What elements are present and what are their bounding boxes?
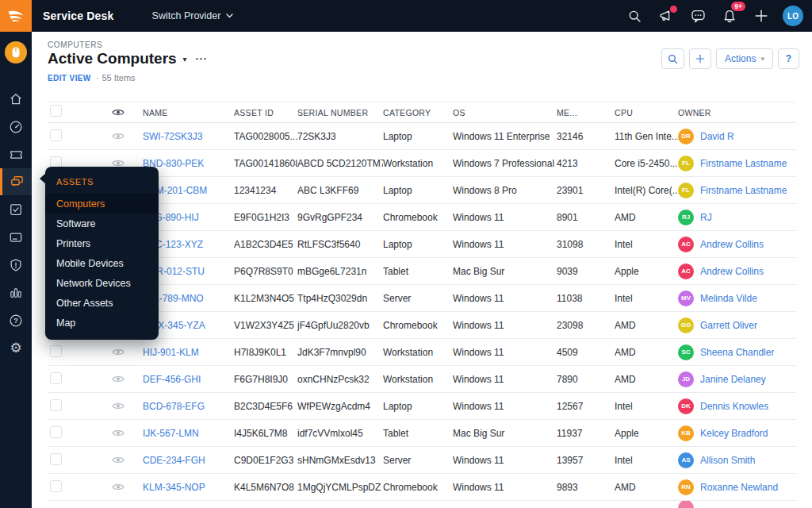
memory-cell: 8901 xyxy=(557,212,615,223)
category-cell: Server xyxy=(383,293,453,304)
column-header-name[interactable]: NAME xyxy=(143,108,234,117)
category-cell: Laptop xyxy=(383,401,453,412)
asset-name-link[interactable]: CDE-234-FGH xyxy=(143,455,234,466)
row-checkbox[interactable] xyxy=(50,453,62,465)
sidebar-item-risks[interactable] xyxy=(0,251,32,279)
owner-link[interactable]: Firstname Lastname xyxy=(700,158,787,169)
row-checkbox[interactable] xyxy=(50,345,62,357)
actions-button[interactable]: Actions ▾ xyxy=(716,48,773,69)
row-checkbox[interactable] xyxy=(50,129,62,141)
table-row: VWX-345-YZAV1W2X3Y4Z5jF4GpfUu2820vbChrom… xyxy=(48,312,796,339)
serial-number-cell: mBGge6L7231n xyxy=(297,266,383,277)
serial-number-cell: 1MgQjYCMLPspDZ xyxy=(297,482,383,493)
service-desk-badge-icon[interactable] xyxy=(5,41,27,64)
search-icon xyxy=(667,53,679,65)
table-row-partial xyxy=(48,501,796,508)
flyout-item-mobile-devices[interactable]: Mobile Devices xyxy=(45,253,159,273)
row-checkbox[interactable] xyxy=(50,480,62,492)
column-header-asset-id[interactable]: ASSET ID xyxy=(234,108,297,117)
owner-link[interactable]: Kelcey Bradford xyxy=(700,428,768,439)
asset-name-link[interactable]: IJK-567-LMN xyxy=(143,428,234,439)
edit-view-link[interactable]: EDIT VIEW xyxy=(48,74,91,83)
serial-number-cell: jF4GpfUu2820vb xyxy=(297,320,383,331)
flyout-item-network-devices[interactable]: Network Devices xyxy=(45,273,159,293)
row-checkbox[interactable] xyxy=(50,372,62,384)
sidebar-item-tasks[interactable] xyxy=(0,195,32,223)
serial-number-cell: 9GvRgGPF234 xyxy=(297,212,383,223)
memory-cell: 11937 xyxy=(557,428,615,439)
os-cell: Windows 11 xyxy=(453,212,557,223)
asset-name-link[interactable]: BND-830-PEK xyxy=(143,158,234,169)
flyout-item-other-assets[interactable]: Other Assets xyxy=(45,293,159,313)
sidebar-item-tickets[interactable] xyxy=(0,140,32,168)
flyout-item-map[interactable]: Map xyxy=(45,313,159,333)
title-dropdown-caret[interactable]: ▾ xyxy=(183,55,187,64)
row-checkbox[interactable] xyxy=(50,399,62,411)
owner-link[interactable]: RJ xyxy=(700,212,712,223)
announcements-icon[interactable] xyxy=(656,6,676,26)
preview-eye-icon[interactable] xyxy=(112,483,143,491)
owner-link[interactable]: Garrett Oliver xyxy=(700,320,757,331)
sidebar-item-settings[interactable]: ⚙ xyxy=(0,334,32,362)
column-header-serial[interactable]: SERIAL NUMBER xyxy=(297,108,383,117)
column-header-cpu[interactable]: CPU xyxy=(615,108,678,117)
row-checkbox[interactable] xyxy=(50,426,62,438)
category-cell: Workstation xyxy=(383,347,453,358)
create-new-icon[interactable] xyxy=(751,6,772,26)
serial-number-cell: ABC L3KFF69 xyxy=(297,185,383,196)
column-header-owner[interactable]: OWNER xyxy=(678,108,796,117)
add-asset-button[interactable] xyxy=(689,48,711,69)
owner-link[interactable]: Dennis Knowles xyxy=(700,401,768,412)
cpu-cell: Core i5-2450... xyxy=(615,158,678,169)
owner-link[interactable]: Melinda Vilde xyxy=(700,293,757,304)
breadcrumb: COMPUTERS xyxy=(48,40,102,49)
owner-link[interactable]: Andrew Collins xyxy=(700,266,764,277)
flyout-item-computers[interactable]: Computers xyxy=(45,194,159,214)
owner-link[interactable]: David R xyxy=(700,131,734,142)
asset-id-cell: P6Q7R8S9T0 xyxy=(234,266,297,277)
solarwinds-logo[interactable] xyxy=(0,0,32,32)
column-header-memory[interactable]: ME... xyxy=(557,108,615,117)
owner-link[interactable]: Roxanne Newland xyxy=(700,482,778,493)
owner-link[interactable]: Sheena Chandler xyxy=(700,347,774,358)
preview-eye-icon[interactable] xyxy=(112,456,143,464)
table-row: BCD-678-EFGB2C3D4E5F6WfPEWzgAcdm4LaptopW… xyxy=(48,393,796,420)
sidebar-item-home[interactable] xyxy=(0,85,32,113)
flyout-item-printers[interactable]: Printers xyxy=(45,233,159,253)
table-row: PQR-012-STUP6Q7R8S9T0mBGge6L7231nTabletM… xyxy=(48,258,796,285)
assets-flyout-menu: ASSETS ComputersSoftwarePrintersMobile D… xyxy=(45,167,159,340)
preview-eye-icon[interactable] xyxy=(112,429,143,437)
cpu-cell: Intel xyxy=(615,455,678,466)
asset-name-link[interactable]: HIJ-901-KLM xyxy=(143,347,234,358)
sidebar-item-assets[interactable] xyxy=(0,168,32,195)
help-button[interactable]: ? xyxy=(778,48,799,69)
more-options-icon[interactable]: ⋯ xyxy=(195,52,208,66)
flyout-item-software[interactable]: Software xyxy=(45,214,159,233)
asset-name-link[interactable]: SWI-72SK3J3 xyxy=(143,131,234,142)
owner-link[interactable]: Andrew Collins xyxy=(700,239,764,250)
owner-link[interactable]: Allison Smith xyxy=(700,455,755,466)
list-search-button[interactable] xyxy=(661,48,684,69)
global-search-icon[interactable] xyxy=(624,6,645,26)
select-all-checkbox[interactable] xyxy=(50,105,62,117)
preview-eye-icon[interactable] xyxy=(112,375,143,383)
preview-eye-icon[interactable] xyxy=(112,402,143,410)
sidebar-item-reports[interactable] xyxy=(0,279,32,306)
column-header-category[interactable]: CATEGORY xyxy=(383,108,453,117)
owner-avatar: KB xyxy=(678,425,694,441)
sidebar-item-help[interactable]: ? xyxy=(0,306,32,334)
user-avatar[interactable]: LO xyxy=(783,6,803,26)
preview-eye-icon[interactable] xyxy=(112,348,143,356)
chat-icon[interactable] xyxy=(688,6,708,26)
switch-provider-menu[interactable]: Switch Provider xyxy=(152,10,234,21)
column-header-os[interactable]: OS xyxy=(453,108,557,117)
asset-name-link[interactable]: BCD-678-EFG xyxy=(143,401,234,412)
sidebar-item-dashboard[interactable] xyxy=(0,113,32,140)
asset-name-link[interactable]: KLM-345-NOP xyxy=(143,482,234,493)
owner-link[interactable]: Firstname Lastname xyxy=(700,185,787,196)
owner-link[interactable]: Janine Delaney xyxy=(700,374,766,385)
sidebar-item-services[interactable] xyxy=(0,223,32,251)
preview-eye-icon[interactable] xyxy=(112,132,143,140)
asset-name-link[interactable]: DEF-456-GHI xyxy=(143,374,234,385)
notifications-bell-icon[interactable]: 9+ xyxy=(719,6,740,26)
